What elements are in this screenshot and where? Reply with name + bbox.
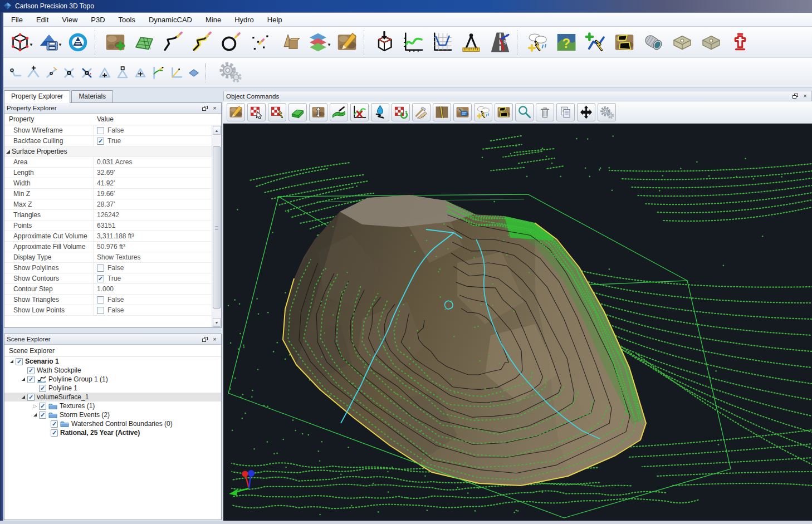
carlson-logo-button[interactable] (64, 29, 92, 56)
column-header-value[interactable]: Value (94, 115, 221, 123)
oc-ponds-button[interactable] (495, 103, 513, 121)
oc-slope-arrow-button[interactable] (330, 103, 348, 121)
property-value[interactable]: 126242 (94, 210, 221, 220)
tab-property-explorer[interactable]: Property Explorer (4, 90, 70, 103)
property-value[interactable]: 0.031 Acres (94, 157, 221, 167)
tree-item-volumesurface-1[interactable]: ✓volumeSurface_1 (4, 393, 221, 401)
oc-storm-button[interactable] (474, 103, 492, 121)
quadrant-snap-button[interactable] (114, 65, 131, 81)
center-snap-button[interactable] (96, 65, 113, 81)
oc-terrain-arrows-button[interactable] (309, 103, 327, 121)
property-value[interactable]: False (94, 305, 221, 315)
cross-section-button[interactable] (428, 29, 456, 56)
grid-surface-button[interactable] (130, 29, 158, 56)
checkbox-unchecked-icon[interactable] (97, 307, 104, 314)
checkbox-checked-icon[interactable]: ✓ (97, 275, 104, 282)
profile-graph-button[interactable] (399, 29, 427, 56)
draw-polyline-button[interactable] (159, 29, 187, 56)
dropdown-arrow-icon[interactable]: ▼ (327, 42, 331, 47)
viewport-3d[interactable] (223, 124, 812, 521)
dropdown-arrow-icon[interactable]: ▼ (29, 42, 33, 47)
property-scrollbar[interactable]: ▲ ▼ (212, 125, 221, 327)
close-panel-icon[interactable]: × (211, 104, 219, 112)
viewport-3d-scene[interactable] (223, 124, 812, 521)
oc-zoom-button[interactable] (515, 103, 534, 121)
tree-item-scenario-1[interactable]: ✓Scenario 1 (4, 357, 221, 366)
nearest-snap-button[interactable] (185, 65, 202, 81)
checkbox-checked-icon[interactable]: ✓ (27, 394, 35, 401)
oc-settings-button[interactable] (598, 103, 616, 121)
checkbox-checked-icon[interactable]: ✓ (27, 367, 35, 374)
add-storm-button[interactable] (524, 29, 551, 56)
oc-road-button[interactable] (433, 103, 451, 121)
property-group-row[interactable]: Surface Properties (4, 146, 221, 157)
menu-mine[interactable]: Mine (199, 13, 228, 26)
oc-select-points-button[interactable] (247, 103, 266, 121)
midpoint-snap-button[interactable] (25, 65, 42, 81)
expander-open-icon[interactable] (19, 395, 27, 399)
float-panel-icon[interactable] (791, 92, 799, 100)
menu-view[interactable]: View (55, 13, 84, 26)
apparent-intersection-snap-button[interactable] (79, 65, 95, 81)
tree-item-polyline-group-1-1-[interactable]: ✓Polyline Group 1 (1) (4, 375, 221, 384)
tab-materials[interactable]: Materials (71, 90, 113, 102)
checkbox-checked-icon[interactable]: ✓ (16, 358, 23, 365)
expander-open-icon[interactable] (6, 150, 10, 154)
menu-help[interactable]: Help (261, 13, 289, 26)
oc-pad-surface-button[interactable] (288, 103, 307, 121)
dropdown-arrow-icon[interactable]: ▼ (58, 42, 62, 47)
expander-open-icon[interactable] (19, 378, 27, 381)
hydrant-button[interactable] (726, 29, 754, 56)
checkbox-checked-icon[interactable]: ✓ (39, 403, 46, 410)
tree-item-storm-events-2-[interactable]: ✓Storm Events (2) (4, 410, 221, 419)
headwall-a-button[interactable] (668, 29, 696, 56)
checkbox-checked-icon[interactable]: ✓ (39, 412, 46, 419)
checkbox-unchecked-icon[interactable] (97, 296, 104, 303)
oc-move-button[interactable] (577, 103, 595, 121)
point-cloud-cube-button[interactable]: ▼ (6, 29, 34, 56)
oc-edit-pencil-button[interactable] (227, 103, 245, 121)
tree-item-textures-1-[interactable]: ▷✓Textures (1) (4, 401, 221, 410)
float-panel-icon[interactable] (200, 104, 209, 112)
edit-surface-pencil-button[interactable] (333, 29, 361, 56)
property-value[interactable]: False (94, 263, 221, 273)
surface-query-button[interactable]: ? (552, 29, 580, 56)
checkbox-unchecked-icon[interactable] (97, 265, 104, 272)
headwall-b-button[interactable] (697, 29, 725, 56)
solids-button[interactable] (275, 29, 303, 56)
scroll-down-icon[interactable]: ▼ (213, 318, 221, 327)
property-value[interactable]: 50.976 ft³ (94, 242, 221, 252)
geometric-center-snap-button[interactable] (132, 65, 149, 81)
property-value[interactable]: False (94, 125, 221, 135)
property-value[interactable]: 19.66' (94, 189, 221, 199)
measure-compass-button[interactable] (457, 29, 485, 56)
oc-delete-button[interactable] (536, 103, 554, 121)
settings-gears-button[interactable] (217, 60, 243, 86)
property-value[interactable]: 32.69' (94, 168, 221, 178)
property-value[interactable]: 1.000 (94, 284, 221, 294)
road-grade-button[interactable]: % (486, 29, 514, 56)
oc-copy-button[interactable] (556, 103, 575, 121)
expander-open-icon[interactable] (31, 413, 39, 417)
property-value[interactable]: 63151 (94, 221, 221, 231)
add-surface-button[interactable] (101, 29, 129, 56)
tree-item-wath-stockpile[interactable]: ✓Wath Stockpile (4, 366, 221, 375)
draw-points-button[interactable] (246, 29, 274, 56)
property-value[interactable]: ✓True (94, 136, 221, 146)
close-panel-icon[interactable]: × (211, 335, 219, 343)
oc-label-tag-button[interactable] (453, 103, 472, 121)
add-flowline-button[interactable] (581, 29, 609, 56)
intersection-snap-button[interactable] (61, 65, 77, 81)
ponds-button[interactable] (610, 29, 638, 56)
tangent-snap-button[interactable] (150, 65, 167, 81)
menu-hydro[interactable]: Hydro (228, 13, 261, 26)
menu-dynamiccad[interactable]: DynamicCAD (142, 13, 199, 26)
tree-item-polyline-1[interactable]: ✓Polyline 1 (4, 384, 221, 393)
volume-box-button[interactable] (370, 29, 398, 56)
menu-file[interactable]: File (4, 13, 30, 26)
tree-item-watershed-control-boundaries-0-[interactable]: ✓Watershed Control Boundaries (0) (4, 419, 221, 428)
layers-button[interactable]: ▼ (304, 29, 332, 56)
property-value[interactable]: False (94, 295, 221, 305)
expander-closed-icon[interactable]: ▷ (31, 403, 39, 409)
tree-item-rational-25-year-active-[interactable]: ✓Rational, 25 Year (Active) (4, 428, 221, 437)
